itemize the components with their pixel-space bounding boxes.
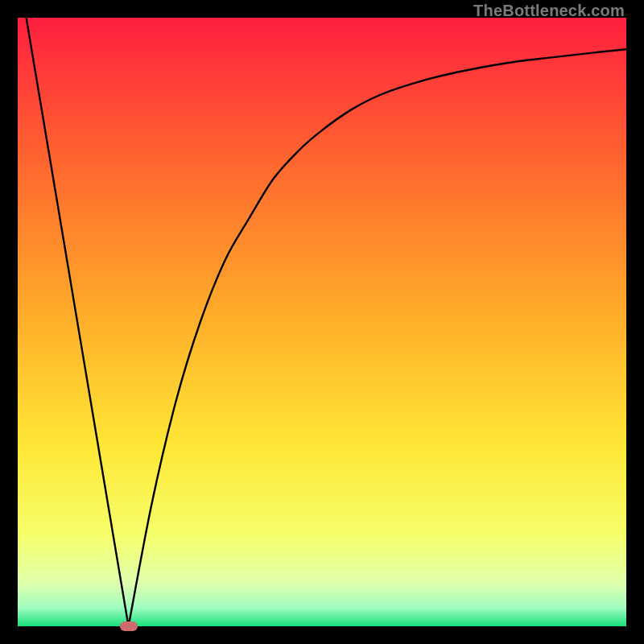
bottleneck-curve <box>18 18 626 626</box>
curve-path <box>27 18 626 626</box>
minimum-marker <box>120 621 138 631</box>
